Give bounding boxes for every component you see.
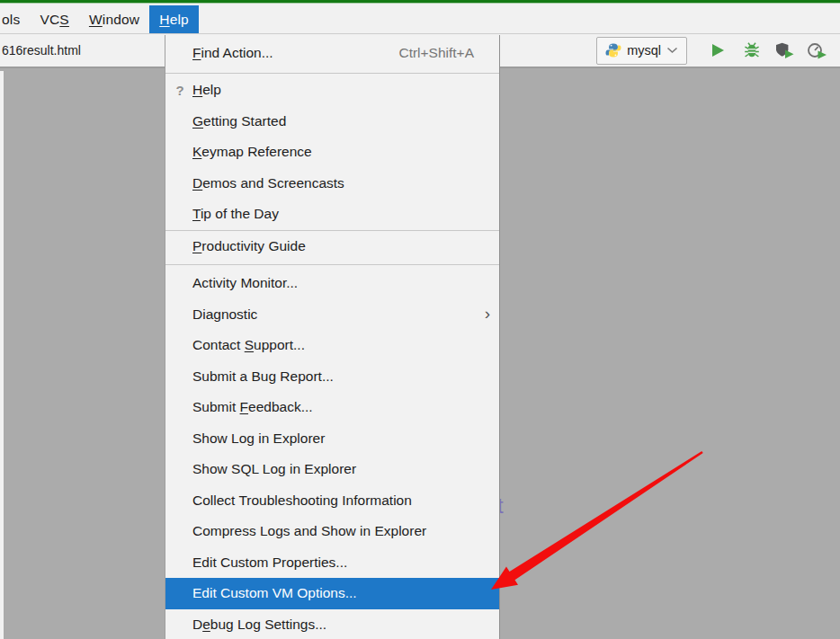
run-configuration-label: mysql [627,43,661,58]
menu-item-label: Getting Started [192,113,474,129]
submenu-arrow-icon: › [485,305,490,322]
menu-item-find-action[interactable]: Find Action...Ctrl+Shift+A [165,35,499,71]
debug-button[interactable] [743,41,761,59]
menu-separator [165,73,499,74]
menu-item-submit-feedback[interactable]: Submit Feedback... [165,392,499,423]
menu-item-demos-and-screencasts[interactable]: Demos and Screencasts [165,168,499,200]
help-menu-popup: Find Action...Ctrl+Shift+A?HelpGetting S… [165,35,500,639]
bug-icon [743,41,761,59]
menu-item-label: Activity Monitor... [192,275,474,291]
menu-item-productivity-guide[interactable]: Productivity Guide [165,231,499,262]
menu-item-label: Debug Log Settings... [192,617,474,633]
menubar-item-ols[interactable]: ols [0,5,30,33]
menu-item-label: Tip of the Day [192,206,474,222]
menu-item-tip-of-the-day[interactable]: Tip of the Day [165,199,499,230]
editor-tab-label[interactable]: 616result.html [0,43,81,58]
menu-item-label: Demos and Screencasts [192,175,474,191]
menu-item-getting-started[interactable]: Getting Started [165,106,499,138]
play-icon [709,41,727,59]
annotation-arrow-shape [491,451,703,590]
menu-item-label: Edit Custom VM Options... [192,585,474,601]
menu-item-shortcut: Ctrl+Shift+A [398,45,474,61]
menu-item-label: Edit Custom Properties... [192,555,474,571]
profile-button[interactable] [807,41,827,59]
menu-item-collect-troubleshooting-information[interactable]: Collect Troubleshooting Information [165,485,499,517]
run-button[interactable] [709,41,727,59]
menu-item-show-sql-log-in-explorer[interactable]: Show SQL Log in Explorer [165,454,499,485]
chevron-down-icon [666,47,678,54]
menu-item-label: Help [192,82,474,98]
menu-item-edit-custom-properties[interactable]: Edit Custom Properties... [165,547,499,579]
menu-item-label: Contact Support... [192,337,474,353]
menu-item-show-log-in-explorer[interactable]: Show Log in Explorer [165,423,499,455]
menu-item-label: Keymap Reference [192,144,474,160]
menu-item-debug-log-settings[interactable]: Debug Log Settings... [165,609,499,639]
menubar-item-window[interactable]: Window [79,5,149,33]
menubar-item-vcs[interactable]: VCS [30,5,78,33]
stopwatch-play-icon [807,41,827,59]
menu-item-label: Show Log in Explorer [192,430,474,447]
menu-item-label: Productivity Guide [192,238,474,254]
menu-item-label: Submit Feedback... [192,399,474,415]
menubar: olsVCSWindowHelp [0,4,840,34]
menu-item-diagnostic[interactable]: Diagnostic› [165,299,499,331]
menu-item-edit-custom-vm-options[interactable]: Edit Custom VM Options... [165,578,499,609]
menu-item-label: Diagnostic [192,306,474,323]
menu-item-compress-logs-and-show-in-explorer[interactable]: Compress Logs and Show in Explorer [165,516,499,547]
menu-item-label: Collect Troubleshooting Information [192,493,474,509]
editor-left-gutter [0,71,4,639]
menu-item-label: Compress Logs and Show in Explorer [192,523,474,539]
menu-item-contact-support[interactable]: Contact Support... [165,330,499,361]
python-icon [605,42,621,58]
menubar-item-help[interactable]: Help [149,5,199,33]
menu-item-activity-monitor[interactable]: Activity Monitor... [165,268,499,299]
question-icon: ? [173,83,187,98]
menu-item-keymap-reference[interactable]: Keymap Reference [165,137,499,168]
shield-play-icon [774,41,795,59]
menu-item-label: Submit a Bug Report... [192,368,474,385]
menu-separator [165,264,499,265]
menu-item-label: Show SQL Log in Explorer [192,461,474,477]
run-with-coverage-button[interactable] [774,41,795,59]
menu-item-submit-a-bug-report[interactable]: Submit a Bug Report... [165,361,499,393]
run-configuration-select[interactable]: mysql [596,37,687,65]
menu-item-help[interactable]: ?Help [165,75,499,106]
menu-item-label: Find Action... [192,45,377,61]
